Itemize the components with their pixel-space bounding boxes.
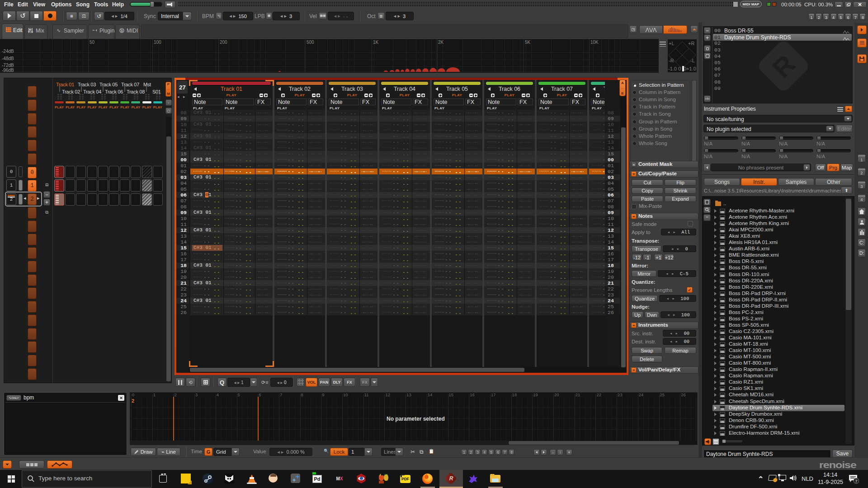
svg-text:7: 7 <box>855 479 857 483</box>
